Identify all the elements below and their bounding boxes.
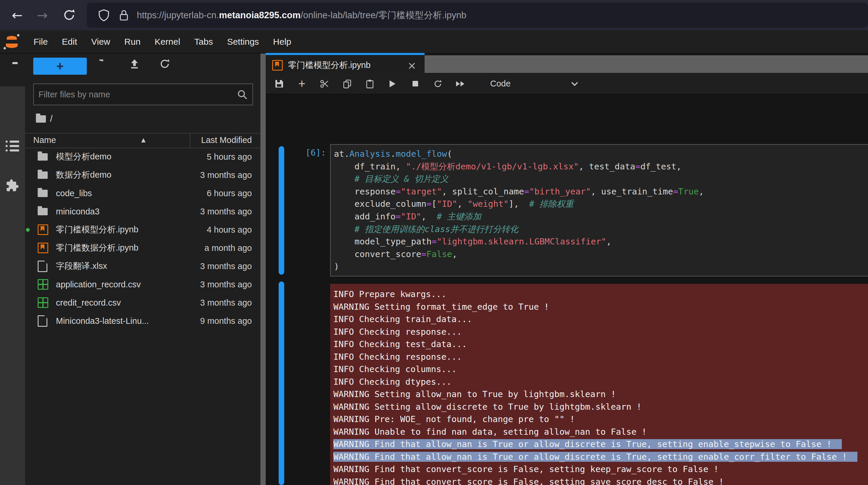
run-all-cells-icon[interactable] [456,81,465,87]
file-row[interactable]: credit_record.csv3 months ago [25,294,260,312]
refresh-icon[interactable] [159,58,170,70]
restart-kernel-icon[interactable] [433,78,442,89]
code-cell-editor[interactable]: at.Analysis.model_flow( df_train, "./模型分… [330,144,868,277]
paste-cells-icon[interactable] [365,79,375,89]
menu-item-tabs[interactable]: Tabs [187,37,220,47]
file-name[interactable]: 数据分析demo [56,169,112,181]
file-last-modified: 3 months ago [200,207,252,217]
menu-item-settings[interactable]: Settings [220,37,266,47]
back-icon[interactable]: ← [12,0,23,30]
add-cell-icon[interactable]: + [297,80,307,88]
file-name[interactable]: credit_record.csv [56,298,121,308]
reload-icon[interactable] [62,8,76,22]
file-name[interactable]: 零门槛数据分析.ipynb [56,242,138,254]
output-line: WARNING Pre: WOE_ not found, change pre … [333,413,868,426]
output-line: WARNING Find that allow_nan is True or a… [333,438,868,451]
folder-icon [38,171,48,179]
notebook-dock: 零门槛模型分析.ipynb × + Code [6]: at.Analysis.… [266,53,868,485]
file-icon [38,315,48,327]
lock-icon[interactable] [118,8,130,22]
file-name[interactable]: code_libs [56,189,92,198]
column-header-name[interactable]: Name [33,135,56,145]
output-line: WARNING Setting format_time_edge to True… [333,300,868,313]
sort-ascending-icon[interactable]: ▲ [141,136,146,143]
folder-icon [38,153,48,161]
output-line: INFO Checking columns... [333,363,868,376]
file-name[interactable]: 字段翻译.xlsx [56,260,107,272]
file-name[interactable]: application_record.csv [56,280,141,289]
menu-item-help[interactable]: Help [266,37,298,47]
file-row[interactable]: 数据分析demo3 months ago [25,166,260,184]
stop-kernel-icon[interactable] [410,81,420,87]
jupyter-menu-bar: FileEditViewRunKernelTabsSettingsHelp [0,30,868,54]
output-line: INFO Checking train_data... [333,313,868,326]
filter-files-box [33,84,253,105]
file-row[interactable]: 零门槛数据分析.ipynba month ago [25,239,260,257]
code-line: ) [334,260,868,273]
cell-type-dropdown[interactable]: Code [490,79,510,89]
notebook-tab-title[interactable]: 零门槛模型分析.ipynb [288,59,370,71]
folder-icon [38,190,48,197]
panel-splitter[interactable] [260,54,266,485]
column-header-last-modified[interactable]: Last Modified [201,135,252,145]
activity-bar [0,54,25,485]
code-line: # 目标定义 & 切片定义 [334,173,868,185]
file-name[interactable]: 模型分析demo [56,151,112,163]
notebook-tab[interactable]: 零门槛模型分析.ipynb × [266,53,425,75]
close-tab-icon[interactable]: × [407,59,416,71]
csv-icon [38,297,48,308]
forward-icon[interactable]: → [37,0,48,30]
file-name[interactable]: 零门槛模型分析.ipynb [56,224,138,235]
file-name[interactable]: miniconda3 [56,207,99,217]
cut-cells-icon[interactable] [320,79,329,89]
address-bar[interactable]: https://jupyterlab-cn.metanoia8295.com/o… [87,3,868,28]
run-cell-icon[interactable] [388,80,397,87]
code-line: df_train, "./模型分析demo/v1-lgb/v1-lgb.xlsx… [334,160,868,173]
cell-collapser[interactable] [279,146,284,275]
chevron-down-icon[interactable] [571,81,579,87]
file-row[interactable]: code_libs6 hours ago [25,184,260,202]
output-line: WARNING Setting allow_discrete to True b… [333,400,868,413]
file-last-modified: 5 hours ago [207,152,252,162]
file-row[interactable]: application_record.csv3 months ago [25,275,260,294]
output-line: INFO Checking test_data... [333,338,868,351]
file-last-modified: a month ago [205,243,252,253]
shield-icon[interactable] [98,9,110,22]
menu-item-kernel[interactable]: Kernel [148,37,187,47]
file-row[interactable]: 零门槛模型分析.ipynb4 hours ago [25,221,260,239]
save-icon[interactable] [275,80,284,88]
file-name[interactable]: Miniconda3-latest-Linu... [56,316,149,326]
file-row[interactable]: 模型分析demo5 hours ago [25,148,260,166]
copy-cells-icon[interactable] [342,79,352,89]
breadcrumb[interactable]: / [36,114,53,124]
breadcrumb-root[interactable]: / [50,114,53,124]
notebook-toolbar: + Code [266,73,868,95]
output-line: INFO Checking response... [333,351,868,363]
filter-files-input[interactable] [34,89,237,100]
search-icon [237,89,248,100]
extensions-icon[interactable] [6,179,19,192]
file-row[interactable]: miniconda33 months ago [25,202,260,221]
file-last-modified: 3 months ago [200,170,252,180]
upload-icon[interactable] [129,58,140,69]
folder-icon [38,208,48,215]
menu-item-view[interactable]: View [84,37,117,47]
execution-count: [6]: [277,148,326,158]
output-collapser[interactable] [279,282,284,485]
new-launcher-button[interactable]: + [33,58,87,75]
file-row[interactable]: 字段翻译.xlsx3 months ago [25,257,260,275]
notebook-scroll-area[interactable]: [6]: at.Analysis.model_flow( df_train, "… [266,96,868,485]
file-row[interactable]: Miniconda3-latest-Linu...9 months ago [25,312,260,330]
output-line: WARNING Find that convert_score is False… [333,463,868,476]
menu-item-edit[interactable]: Edit [55,37,84,47]
table-of-contents-icon[interactable] [6,140,19,152]
output-line: WARNING Find that allow_nan is True or a… [333,451,868,463]
file-last-modified: 3 months ago [200,261,252,271]
notebook-icon [38,243,48,253]
file-last-modified: 3 months ago [200,298,252,308]
menu-item-run[interactable]: Run [117,37,148,47]
cell-output-stderr[interactable]: INFO Prepare kwargs...WARNING Setting fo… [330,284,868,485]
file-last-modified: 4 hours ago [207,225,252,235]
menu-item-file[interactable]: File [27,37,55,47]
file-last-modified: 9 months ago [200,316,252,326]
